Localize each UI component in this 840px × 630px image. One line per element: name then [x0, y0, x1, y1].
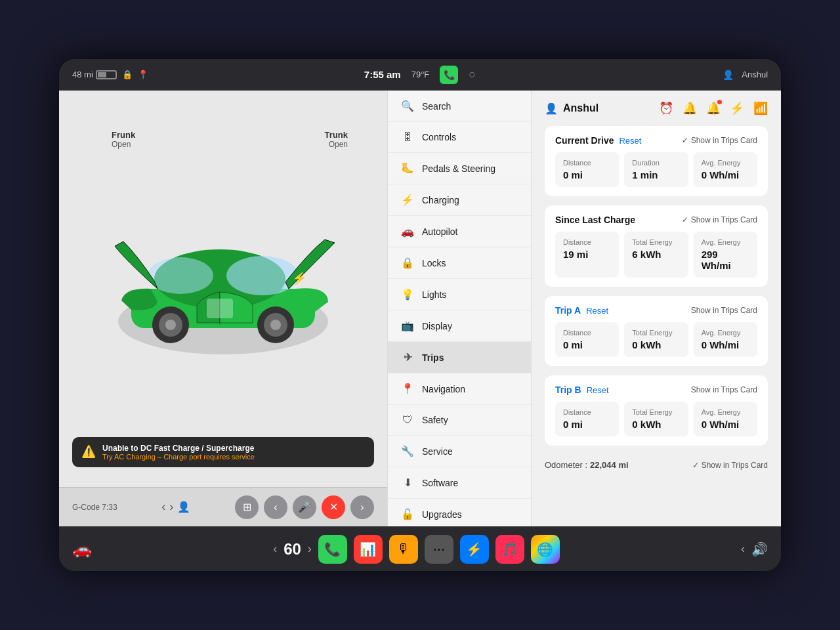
music-taskbar-button[interactable]: 🎵 — [495, 535, 524, 564]
trip-a-stats: Distance 0 mi Total Energy 0 kWh Avg. En… — [555, 322, 757, 357]
menu-item-lights[interactable]: 💡 Lights — [388, 279, 531, 310]
speed-decrease-button[interactable]: ‹ — [273, 542, 277, 556]
current-energy-value: 0 Wh/mi — [702, 169, 749, 180]
location-icon: 📍 — [138, 70, 148, 79]
charging-icon: ⚡ — [401, 194, 414, 206]
status-bar: 48 mi 🔒 📍 7:55 am 79°F 📞 ○ 👤 Anshul — [59, 59, 781, 91]
warning-main-text: Unable to DC Fast Charge / Supercharge — [102, 444, 255, 453]
chevron-right-icon[interactable]: › — [169, 500, 173, 514]
trip-b-avg-energy-value: 0 Wh/mi — [702, 419, 749, 430]
bluetooth-taskbar-button[interactable]: ⚡ — [460, 535, 489, 564]
trip-a-show-trips-label: Show in Trips Card — [691, 306, 757, 315]
since-last-charge-title: Since Last Charge — [555, 215, 635, 225]
volume-icon[interactable]: 🔊 — [751, 541, 768, 557]
trip-b-show-trips[interactable]: Show in Trips Card — [691, 385, 757, 394]
current-distance-label: Distance — [563, 159, 611, 167]
trip-b-avg-energy-cell: Avg. Energy 0 Wh/mi — [694, 402, 757, 436]
apps-taskbar-button[interactable]: 🌐 — [531, 535, 560, 564]
trip-b-energy-value: 0 kWh — [632, 419, 680, 430]
menu-item-service[interactable]: 🔧 Service — [388, 436, 531, 467]
current-energy-cell: Avg. Energy 0 Wh/mi — [694, 152, 757, 187]
current-duration-value: 1 min — [632, 169, 680, 180]
menu-item-search[interactable]: 🔍 Search — [388, 91, 531, 122]
odometer-show-trips[interactable]: ✓ Show in Trips Card — [692, 461, 768, 470]
trip-b-energy-cell: Total Energy 0 kWh — [624, 402, 688, 436]
menu-item-display[interactable]: 📺 Display — [388, 310, 531, 342]
end-call-button[interactable]: ✕ — [322, 495, 345, 519]
bell-icon[interactable]: 🔔 — [682, 101, 697, 116]
car-bottom-bar: G-Code 7:33 ‹ › 👤 ⊞ ‹ 🎤 ✕ › — [59, 487, 387, 526]
trip-a-distance-value: 0 mi — [563, 339, 611, 350]
speed-increase-button[interactable]: › — [308, 542, 312, 556]
locks-icon: 🔒 — [401, 257, 414, 269]
alarm-icon[interactable]: ⏰ — [659, 101, 673, 116]
svg-point-8 — [165, 320, 176, 330]
music-eq-button[interactable]: 📊 — [354, 535, 383, 564]
menu-item-software[interactable]: ⬇ Software — [388, 467, 531, 499]
battery-indicator: 48 mi — [72, 70, 117, 79]
trip-b-reset[interactable]: Reset — [587, 385, 609, 395]
podcast-button[interactable]: 🎙 — [389, 535, 418, 564]
phone-status-icon[interactable]: 📞 — [440, 66, 458, 84]
upgrades-icon: 🔓 — [401, 508, 414, 520]
svg-point-4 — [226, 256, 299, 295]
forward-button[interactable]: › — [350, 495, 374, 519]
slc-distance-value: 19 mi — [563, 249, 611, 260]
menu-label-charging: Charging — [422, 195, 459, 205]
trunk-title: Trunk — [325, 130, 348, 140]
trip-b-section: Trip B Reset Show in Trips Card Distance… — [545, 375, 768, 446]
header-icons: ⏰ 🔔 🔔 ⚡ 📶 — [659, 101, 768, 116]
slc-distance-cell: Distance 19 mi — [555, 232, 619, 278]
navigation-icon: 📍 — [401, 383, 414, 395]
menu-item-controls[interactable]: 🎛 Controls — [388, 122, 531, 153]
trip-a-distance-cell: Distance 0 mi — [555, 322, 619, 357]
slc-avg-energy-cell: Avg. Energy 299 Wh/mi — [694, 232, 757, 278]
menu-item-safety[interactable]: 🛡 Safety — [388, 405, 531, 436]
menu-item-locks[interactable]: 🔒 Locks — [388, 247, 531, 279]
chevron-left-icon[interactable]: ‹ — [161, 500, 165, 514]
dots-button[interactable]: ··· — [425, 535, 453, 564]
odometer-label: Odometer : — [545, 460, 587, 470]
back-button[interactable]: ‹ — [264, 495, 287, 519]
trip-a-avg-energy-label: Avg. Energy — [702, 329, 749, 337]
current-drive-show-trips[interactable]: ✓ Show in Trips Card — [682, 136, 757, 145]
menu-item-autopilot[interactable]: 🚗 Autopilot — [388, 216, 531, 247]
bluetooth-icon[interactable]: ⚡ — [730, 101, 744, 116]
status-temp: 79°F — [411, 70, 430, 79]
software-icon: ⬇ — [401, 476, 414, 489]
menu-item-trips[interactable]: ✈ Trips — [388, 342, 531, 373]
user-label: Anshul — [742, 70, 768, 79]
user-icon-trips: 👤 — [545, 102, 558, 115]
warning-box: ⚠️ Unable to DC Fast Charge / Supercharg… — [72, 437, 374, 467]
user-icon: 👤 — [723, 70, 734, 80]
trip-a-show-trips[interactable]: Show in Trips Card — [691, 306, 757, 315]
notification-icon[interactable]: 🔔 — [706, 101, 721, 116]
since-last-charge-section: Since Last Charge ✓ Show in Trips Card D… — [545, 205, 768, 287]
menu-item-charging[interactable]: ⚡ Charging — [388, 184, 531, 216]
display-icon: 📺 — [401, 320, 414, 332]
frunk-status: Open — [112, 140, 135, 149]
trip-a-reset[interactable]: Reset — [586, 306, 608, 316]
menu-item-pedals[interactable]: 🦶 Pedals & Steering — [388, 153, 531, 184]
svg-text:⚡: ⚡ — [292, 271, 307, 285]
lights-icon: 💡 — [401, 288, 414, 301]
current-drive-reset[interactable]: Reset — [619, 136, 641, 146]
apps-button[interactable]: ⊞ — [235, 495, 259, 519]
menu-item-upgrades[interactable]: 🔓 Upgrades — [388, 499, 531, 526]
phone-taskbar-button[interactable]: 📞 — [318, 535, 347, 564]
trip-b-avg-energy-label: Avg. Energy — [702, 408, 749, 416]
warning-icon: ⚠️ — [81, 444, 96, 459]
frunk-title: Frunk — [112, 130, 135, 140]
status-time: 7:55 am — [364, 69, 401, 80]
menu-label-controls: Controls — [422, 132, 456, 142]
prev-track-button[interactable]: ‹ — [741, 542, 745, 556]
battery-icon — [96, 70, 117, 79]
since-last-charge-show-trips[interactable]: ✓ Show in Trips Card — [682, 215, 757, 224]
menu-item-navigation[interactable]: 📍 Navigation — [388, 373, 531, 405]
odometer-show-trips-label: Show in Trips Card — [702, 461, 768, 470]
trip-a-distance-label: Distance — [563, 329, 611, 337]
slc-energy-cell: Total Energy 6 kWh — [624, 232, 688, 278]
taskbar-car-icon[interactable]: 🚗 — [72, 540, 92, 558]
speed-limit-value: 60 — [284, 540, 301, 558]
mic-button[interactable]: 🎤 — [293, 495, 316, 519]
